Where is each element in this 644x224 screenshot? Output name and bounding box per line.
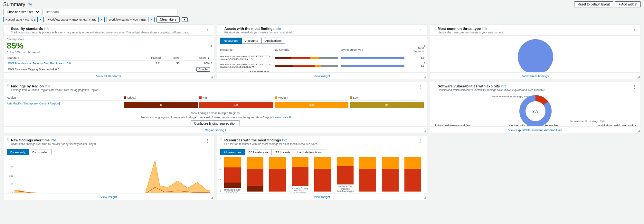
- card-subtitle: Understand which software vulnerability …: [438, 88, 631, 92]
- view-vulnerabilities-link[interactable]: View exploitable software vulnerabilitie…: [508, 128, 562, 132]
- card-subtitle: Understand findings over time by provide…: [11, 142, 205, 146]
- reset-layout-button[interactable]: Reset to default layout: [574, 1, 613, 7]
- tab-accounts[interactable]: Accounts: [242, 38, 261, 44]
- stat-fixes: Findings with exploits and fixes221: [433, 124, 471, 126]
- card-threat-type: ⠿ Most common threat type Info Identify …: [430, 24, 641, 79]
- drag-handle-icon[interactable]: ⠿: [433, 84, 436, 87]
- table-row: AWS Foundational Security Best Practices…: [7, 61, 211, 66]
- info-link[interactable]: Info: [45, 85, 50, 88]
- enable-button[interactable]: Enable: [196, 67, 210, 72]
- score-label: Security score: [7, 38, 211, 41]
- card-subtitle: See the top resources with the most find…: [224, 142, 418, 146]
- card-title: Findings by Region: [11, 84, 44, 88]
- card-menu-icon[interactable]: ⋮: [418, 84, 424, 89]
- tab-lambda[interactable]: Lambda functions: [294, 149, 325, 155]
- resize-handle-icon[interactable]: [637, 130, 640, 132]
- region-medium-bar[interactable]: 508: [275, 102, 349, 108]
- scroll-down-icon[interactable]: ▾: [424, 60, 426, 65]
- card-menu-icon[interactable]: ⋮: [631, 27, 637, 32]
- region-critical-bar[interactable]: 48: [124, 102, 198, 108]
- tab-resources[interactable]: Resources: [220, 38, 242, 44]
- filter-chip: Record state = ACTIVE✕: [3, 17, 44, 22]
- card-security-standards: ⠿ Security standards Info Track your clo…: [3, 24, 214, 79]
- filter-search-input[interactable]: [42, 9, 177, 15]
- info-link[interactable]: Info: [482, 27, 487, 31]
- findings-line-chart: 200150100500 May 5, 2024May 12, 2024May …: [7, 157, 211, 193]
- info-link[interactable]: Info: [501, 85, 507, 88]
- view-insight-link[interactable]: View insight: [314, 74, 330, 78]
- drag-handle-icon[interactable]: ⠿: [220, 138, 223, 141]
- tab-all-resources[interactable]: All resources: [220, 149, 245, 155]
- view-threat-findings-link[interactable]: View threat findings: [522, 74, 549, 78]
- card-subtitle: Prioritize and remediate your assets tha…: [224, 31, 418, 34]
- vuln-donut-chart: 259: [519, 95, 552, 126]
- tab-by-severity[interactable]: By severity: [7, 149, 29, 155]
- info-link[interactable]: Info: [26, 3, 32, 6]
- info-link[interactable]: Info: [276, 27, 281, 31]
- card-menu-icon[interactable]: ⋮: [205, 27, 211, 32]
- view-insight-link[interactable]: View insight: [314, 195, 330, 199]
- drag-handle-icon[interactable]: ⠿: [7, 138, 9, 141]
- table-row: AWS Resource Tagging Standard v1.0.0Enab…: [7, 66, 211, 73]
- card-subtitle: Track your cloud security posture with a…: [11, 31, 205, 34]
- clear-filters-button[interactable]: Clear filters: [156, 16, 180, 22]
- info-link[interactable]: Info: [51, 139, 56, 142]
- card-resources-findings: ⠿ Resources with the most findings Info …: [217, 136, 428, 200]
- security-score: 85%: [7, 41, 211, 51]
- donut-label-nofix: No fix available 38 findings, 15%: [491, 95, 529, 98]
- tab-ec2[interactable]: EC2 instances: [245, 149, 272, 155]
- card-subtitle: Findings from all linked Regions are vis…: [11, 88, 418, 92]
- add-widget-button[interactable]: + Add widget: [615, 1, 641, 7]
- chip-remove-icon[interactable]: ✕: [38, 17, 43, 22]
- view-all-standards-link[interactable]: View all standards: [96, 74, 121, 78]
- scroll-up-icon[interactable]: ▴: [211, 43, 213, 48]
- filter-chip: Workflow status = NEW or NOTIFIED✕: [46, 17, 105, 22]
- donut-label-fix: Fix available 221 findings, 85%: [570, 120, 605, 123]
- chip-remove-icon[interactable]: ✕: [148, 17, 154, 22]
- card-menu-icon[interactable]: ⋮: [205, 138, 211, 143]
- filter-chip: Workflow status = NOTIFIED✕: [107, 17, 155, 22]
- drag-handle-icon[interactable]: ⠿: [433, 27, 436, 30]
- resize-handle-icon[interactable]: [424, 130, 426, 132]
- card-title: Resources with the most findings: [224, 138, 281, 142]
- card-assets: ⠿ Assets with the most findings Info Pri…: [217, 24, 428, 79]
- tab-by-provider[interactable]: By provider: [29, 149, 51, 155]
- configure-aggregation-button[interactable]: Configure finding aggregation: [191, 121, 240, 126]
- card-new-findings: ⠿ New findings over time Info Understand…: [3, 136, 214, 200]
- resize-handle-icon[interactable]: [424, 197, 426, 199]
- view-insight-link[interactable]: View insight: [100, 195, 117, 199]
- card-findings-region: ⠿ Findings by Region Info Findings from …: [3, 82, 427, 133]
- card-title: Security standards: [11, 27, 43, 31]
- info-link[interactable]: Info: [44, 27, 49, 31]
- resize-handle-icon[interactable]: [211, 76, 213, 78]
- card-subtitle: Identify the most common threats in your…: [438, 31, 631, 34]
- sort-icon[interactable]: ▲: [207, 57, 210, 59]
- card-title: Most common threat type: [438, 27, 481, 31]
- page-title: Summary Info: [3, 2, 32, 7]
- resources-bar-chart: arn:aws:s3:::use1-lnm-s3-nx-1arn:aws:s3:…: [224, 157, 424, 193]
- scroll-up-icon[interactable]: ▴: [424, 43, 426, 48]
- tab-s3[interactable]: S3 buckets: [272, 149, 294, 155]
- drag-handle-icon[interactable]: ⠿: [220, 27, 223, 30]
- info-link[interactable]: Info: [282, 139, 288, 142]
- learn-more-link[interactable]: Learn more ⧉: [273, 116, 291, 119]
- card-menu-icon[interactable]: ⋮: [631, 84, 637, 89]
- table-row: arn:aws:s3:ap-southeast-1:857407456105:i…: [220, 54, 424, 62]
- filter-dropdown-button[interactable]: ▾: [182, 17, 188, 22]
- resize-handle-icon[interactable]: [211, 197, 213, 199]
- region-settings-link[interactable]: Region settings: [205, 128, 226, 132]
- region-name[interactable]: Asia Pacific (Singapore) [Current Region…: [7, 102, 123, 108]
- region-high-bar[interactable]: 125: [199, 102, 273, 108]
- resize-handle-icon[interactable]: [424, 76, 426, 78]
- scroll-down-icon[interactable]: ▾: [211, 60, 213, 65]
- stat-total: Total findings with known exploits259: [597, 124, 637, 126]
- region-low-bar[interactable]: 84: [350, 102, 424, 108]
- drag-handle-icon[interactable]: ⠿: [7, 84, 9, 87]
- drag-handle-icon[interactable]: ⠿: [7, 27, 9, 30]
- tab-applications[interactable]: Applications: [261, 38, 285, 44]
- chip-remove-icon[interactable]: ✕: [99, 17, 104, 22]
- card-menu-icon[interactable]: ⋮: [418, 138, 424, 143]
- resize-handle-icon[interactable]: [637, 76, 640, 78]
- card-menu-icon[interactable]: ⋮: [418, 27, 424, 32]
- filter-set-select[interactable]: Choose a filter set: [3, 9, 40, 15]
